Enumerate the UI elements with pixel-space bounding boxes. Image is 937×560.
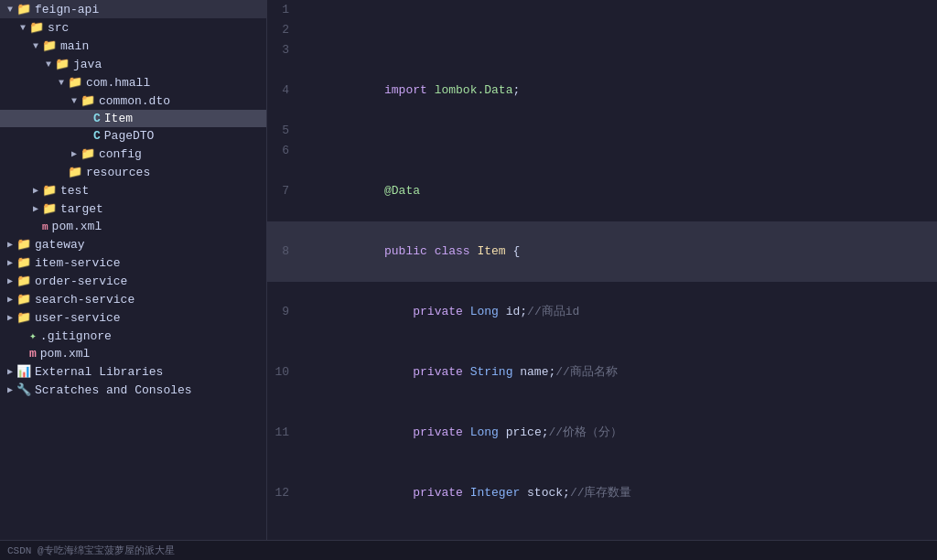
arrow-icon: ▼	[4, 5, 16, 15]
folder-icon: 📁	[68, 165, 82, 179]
code-content: private String name;//商品名称	[304, 342, 937, 403]
sidebar-item-item[interactable]: C Item	[0, 110, 266, 127]
sidebar-item-pom-xml[interactable]: m pom.xml	[0, 218, 266, 235]
sidebar-item-label: resources	[86, 166, 150, 179]
arrow-icon: ▼	[16, 23, 29, 33]
line-number: 6	[267, 141, 304, 161]
code-row: 9 private Long id;//商品id	[267, 282, 937, 342]
bottom-bar-text: CSDN @专吃海绵宝宝菠萝屋的派大星	[7, 544, 175, 557]
sidebar-item-gitignore[interactable]: ✦ .gitignore	[0, 327, 266, 345]
folder-icon: 📁	[16, 292, 31, 307]
sidebar-item-label: .gitignore	[40, 329, 112, 343]
sidebar-item-search-service[interactable]: ▶ 📁 search-service	[0, 290, 266, 308]
folder-icon: 📁	[16, 237, 31, 252]
arrow-icon: ▶	[4, 294, 16, 305]
class-icon: C	[93, 129, 101, 143]
sidebar-item-com-hmall[interactable]: ▼ 📁 com.hmall	[0, 73, 266, 92]
arrow-icon: ▶	[4, 275, 16, 286]
sidebar-item-root-pom[interactable]: m pom.xml	[0, 345, 266, 362]
sidebar-item-config[interactable]: ▶ 📁 config	[0, 145, 266, 163]
code-editor[interactable]: 1 2 3 4 import lombok.Data; 5	[267, 0, 937, 560]
folder-icon: 📁	[81, 93, 95, 108]
sidebar-item-label: gateway	[35, 238, 85, 252]
sidebar-item-label: feign-api	[35, 3, 99, 16]
line-number: 1	[267, 0, 304, 20]
sidebar-item-label: user-service	[35, 311, 121, 325]
sidebar-item-label: com.hmall	[86, 76, 150, 90]
code-content: @Data	[304, 161, 937, 221]
code-content	[304, 121, 937, 141]
sidebar-item-feign-api[interactable]: ▼ 📁 feign-api	[0, 0, 266, 18]
bottom-bar: CSDN @专吃海绵宝宝菠萝屋的派大星	[0, 540, 937, 560]
folder-icon: 📁	[42, 183, 57, 198]
arrow-icon: ▶	[68, 148, 81, 159]
arrow-icon: ▼	[42, 59, 55, 70]
sidebar-item-label: test	[60, 184, 89, 198]
code-content	[304, 20, 937, 40]
code-row: 7 @Data	[267, 161, 937, 221]
maven-icon: m	[42, 221, 48, 232]
folder-icon: 📁	[16, 274, 31, 288]
code-row: 10 private String name;//商品名称	[267, 342, 937, 403]
arrow-icon: ▶	[4, 239, 16, 250]
sidebar-item-label: External Libraries	[35, 365, 163, 379]
sidebar-item-gateway[interactable]: ▶ 📁 gateway	[0, 235, 266, 253]
maven-icon: m	[29, 347, 37, 361]
folder-icon: 📁	[29, 20, 44, 35]
sidebar-item-common-dto[interactable]: ▼ 📁 common.dto	[0, 92, 266, 110]
code-row: 8 public class Item {	[267, 221, 937, 282]
code-row: 4 import lombok.Data;	[267, 60, 937, 121]
scratches-icon: 🔧	[16, 382, 31, 397]
line-number: 8	[267, 221, 304, 282]
code-row: 3	[267, 40, 937, 60]
sidebar-item-label: search-service	[35, 293, 135, 307]
sidebar-item-order-service[interactable]: ▶ 📁 order-service	[0, 272, 266, 290]
sidebar-item-item-service[interactable]: ▶ 📁 item-service	[0, 253, 266, 272]
class-icon: C	[93, 112, 101, 125]
sidebar-item-pagedto[interactable]: C PageDTO	[0, 127, 266, 145]
arrow-icon: ▶	[29, 203, 42, 214]
code-content	[304, 0, 937, 20]
line-number: 4	[267, 60, 304, 121]
code-content	[304, 141, 937, 161]
sidebar-item-main[interactable]: ▼ 📁 main	[0, 37, 266, 55]
sidebar-item-label: pom.xml	[52, 220, 102, 233]
file-tree[interactable]: ▼ 📁 feign-api ▼ 📁 src ▼ 📁 main ▼ 📁 java …	[0, 0, 267, 560]
sidebar-item-target[interactable]: ▶ 📁 target	[0, 199, 266, 218]
sidebar-item-label: main	[60, 39, 89, 53]
code-content: private Long id;//商品id	[304, 282, 937, 342]
folder-icon: 📁	[42, 38, 57, 53]
line-number: 9	[267, 282, 304, 342]
code-row: 12 private Integer stock;//库存数量	[267, 463, 937, 523]
sidebar-item-user-service[interactable]: ▶ 📁 user-service	[0, 308, 266, 327]
sidebar-item-label: order-service	[35, 275, 127, 288]
code-row: 6	[267, 141, 937, 161]
sidebar-item-java[interactable]: ▼ 📁 java	[0, 55, 266, 73]
code-content	[304, 40, 937, 60]
sidebar-item-src[interactable]: ▼ 📁 src	[0, 18, 266, 37]
sidebar-item-label: Scratches and Consoles	[35, 383, 192, 397]
sidebar-item-scratches[interactable]: ▶ 🔧 Scratches and Consoles	[0, 381, 266, 399]
sidebar-item-external-libraries[interactable]: ▶ 📊 External Libraries	[0, 362, 266, 381]
sidebar-item-label: target	[60, 202, 103, 216]
code-row: 2	[267, 20, 937, 40]
arrow-icon: ▶	[4, 257, 16, 268]
code-row: 5	[267, 121, 937, 141]
folder-icon: 📁	[68, 75, 82, 90]
line-number: 7	[267, 161, 304, 221]
sidebar-item-label: PageDTO	[104, 129, 155, 143]
folder-icon: 📁	[16, 310, 31, 325]
arrow-icon: ▼	[68, 96, 81, 106]
sidebar-item-label: Item	[104, 112, 133, 125]
sidebar-item-resources[interactable]: 📁 resources	[0, 163, 266, 181]
folder-icon: 📁	[16, 2, 31, 16]
line-number: 12	[267, 463, 304, 523]
sidebar-item-label: common.dto	[99, 94, 170, 108]
arrow-icon: ▶	[4, 366, 16, 377]
line-number: 10	[267, 342, 304, 403]
code-content: private Integer stock;//库存数量	[304, 463, 937, 523]
folder-icon: 📁	[55, 57, 70, 71]
sidebar-item-test[interactable]: ▶ 📁 test	[0, 181, 266, 199]
code-content: import lombok.Data;	[304, 60, 937, 121]
sidebar-item-label: src	[48, 21, 69, 35]
